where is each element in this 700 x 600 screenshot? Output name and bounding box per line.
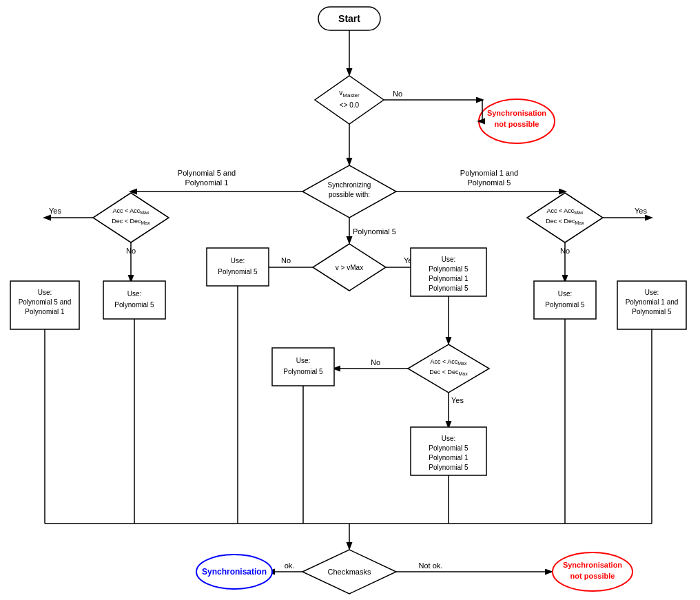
poly1-poly5-label2: Polynomial 5 — [468, 178, 511, 187]
v-vmax-label: v > vMax — [336, 264, 363, 271]
use-poly5-poly1-left-3: Polynomial 1 — [25, 308, 65, 315]
use-poly5-poly1-left-1: Use: — [38, 289, 52, 296]
use-poly5-p1-p5-1: Use: — [442, 256, 456, 263]
checkmasks-label: Checkmasks — [328, 568, 371, 576]
use-poly5-poly1-left-2: Polynomial 5 and — [19, 298, 72, 306]
use-poly1-poly5-right-2: Polynomial 1 and — [626, 298, 679, 306]
sync-not-possible-2-line1: Synchronisation — [563, 561, 622, 569]
sync-not-possible-1-line1: Synchronisation — [487, 109, 546, 117]
decision1-label2: <> 0.0 — [340, 101, 360, 109]
use-poly5-right-1: Use: — [558, 290, 573, 298]
use-poly5-p1-p5-bot-4: Polynomial 5 — [429, 464, 469, 471]
yes-label-left: Yes — [49, 207, 61, 215]
use-poly5-right-2: Polynomial 5 — [545, 301, 585, 309]
poly5-poly1-label: Polynomial 5 and — [178, 169, 236, 177]
poly5-poly1-label2: Polynomial 1 — [185, 178, 229, 187]
use-poly5-center-2: Polynomial 5 — [218, 268, 258, 276]
no-label-1: No — [393, 90, 402, 98]
yes-label-right: Yes — [635, 207, 647, 215]
sync-possible-with-2: possible with: — [329, 191, 370, 198]
use-poly5-p1-p5-3: Polynomial 1 — [429, 275, 469, 282]
svg-rect-31 — [272, 348, 334, 386]
yes-label-bottom: Yes — [451, 396, 464, 404]
synchronisation-label: Synchronisation — [202, 567, 267, 577]
no-label-bottom: No — [371, 358, 380, 366]
start-label: Start — [338, 13, 360, 24]
not-ok-label: Not ok. — [419, 561, 443, 570]
polynomial5-label: Polynomial 5 — [353, 227, 396, 236]
flowchart: Start vMaster <> 0.0 No Synchronisation … — [0, 0, 700, 600]
use-poly1-poly5-right-3: Polynomial 5 — [632, 308, 672, 315]
ok-label: ok. — [285, 561, 295, 570]
sync-possible-with-1: Synchronizing — [328, 181, 371, 189]
use-poly5-p1-p5-4: Polynomial 5 — [429, 285, 469, 292]
poly1-poly5-label: Polynomial 1 and — [460, 169, 518, 177]
use-poly5-final-no-1: Use: — [296, 357, 311, 364]
svg-marker-2 — [315, 76, 384, 124]
use-poly5-center-1: Use: — [231, 257, 245, 265]
svg-rect-23 — [207, 248, 269, 286]
use-poly1-poly5-right-1: Use: — [645, 289, 659, 296]
sync-not-possible-2-line2: not possible — [570, 572, 615, 580]
no-label-center: No — [281, 256, 291, 265]
use-poly5-left-1: Use: — [127, 290, 142, 298]
svg-rect-22 — [103, 281, 165, 319]
use-poly5-p1-p5-2: Polynomial 5 — [429, 265, 469, 273]
use-poly5-final-no-2: Polynomial 5 — [283, 368, 323, 375]
use-poly5-left-2: Polynomial 5 — [114, 301, 154, 309]
use-poly5-p1-p5-bot-3: Polynomial 1 — [429, 454, 469, 462]
sync-not-possible-1-line2: not possible — [495, 120, 539, 128]
use-poly5-p1-p5-bot-2: Polynomial 5 — [429, 444, 469, 452]
use-poly5-p1-p5-bot-1: Use: — [442, 435, 456, 442]
svg-rect-25 — [534, 281, 596, 319]
